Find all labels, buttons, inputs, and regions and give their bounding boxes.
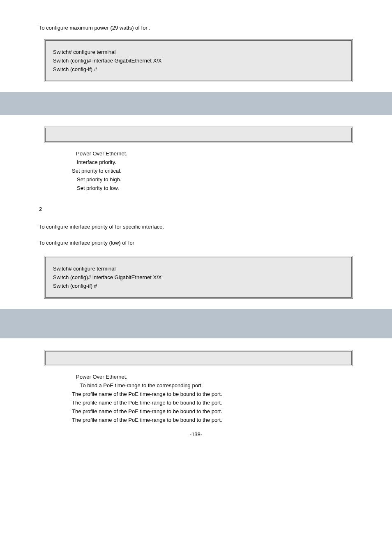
parameters-list: Power Over Ethernet. Interface priority.…: [39, 150, 353, 191]
parameters-list: Power Over Ethernet. To bind a PoE time-…: [39, 374, 353, 423]
syntax-box: [44, 127, 353, 143]
code-line: Switch# configure terminal: [53, 49, 344, 55]
intro-mid: for: [141, 25, 149, 31]
example-mid: for: [128, 240, 134, 246]
param-desc: The profile name of the PoE time-range t…: [72, 400, 222, 406]
param-desc: Power Over Ethernet.: [76, 374, 127, 380]
default-value: 2: [39, 206, 353, 212]
syntax-box: [44, 350, 353, 366]
code-line: Switch (config)# interface GigabitEthern…: [53, 58, 344, 64]
usage-prefix: To configure interface priority of: [39, 224, 115, 230]
intro-prefix: To configure maximum power (29 watts) of: [39, 25, 141, 31]
page-number: -138-: [39, 431, 353, 437]
code-line: Switch# configure terminal: [53, 266, 344, 272]
intro-text: To configure maximum power (29 watts) of…: [39, 25, 353, 31]
code-line: Switch (config)# interface GigabitEthern…: [53, 274, 344, 280]
intro-suffix: .: [149, 25, 150, 31]
param-desc: Set priority to critical.: [72, 168, 122, 174]
param-desc: The profile name of the PoE time-range t…: [72, 408, 222, 414]
param-desc: To bind a PoE time-range to the correspo…: [80, 382, 203, 388]
code-example-box: Switch# configure terminal Switch (confi…: [44, 256, 353, 299]
code-line: Switch (config-if) #: [53, 66, 344, 72]
usage-guide-text: To configure interface priority of for s…: [39, 224, 353, 230]
code-line: Switch (config-if) #: [53, 283, 344, 289]
param-desc: Set priority to low.: [77, 185, 119, 191]
example-intro-text: To configure interface priority (low) of…: [39, 240, 353, 246]
code-example-box: Switch# configure terminal Switch (confi…: [44, 39, 353, 82]
section-header-bar: [0, 92, 392, 115]
usage-suffix: for specific interface.: [115, 224, 164, 230]
param-desc: Power Over Ethernet.: [76, 150, 127, 157]
section-header-bar: [0, 309, 392, 338]
param-desc: The profile name of the PoE time-range t…: [72, 417, 222, 423]
param-desc: Interface priority.: [77, 159, 116, 165]
param-desc: The profile name of the PoE time-range t…: [72, 391, 222, 397]
param-desc: Set priority to high.: [77, 176, 121, 183]
example-prefix: To configure interface priority (low) of: [39, 240, 128, 246]
